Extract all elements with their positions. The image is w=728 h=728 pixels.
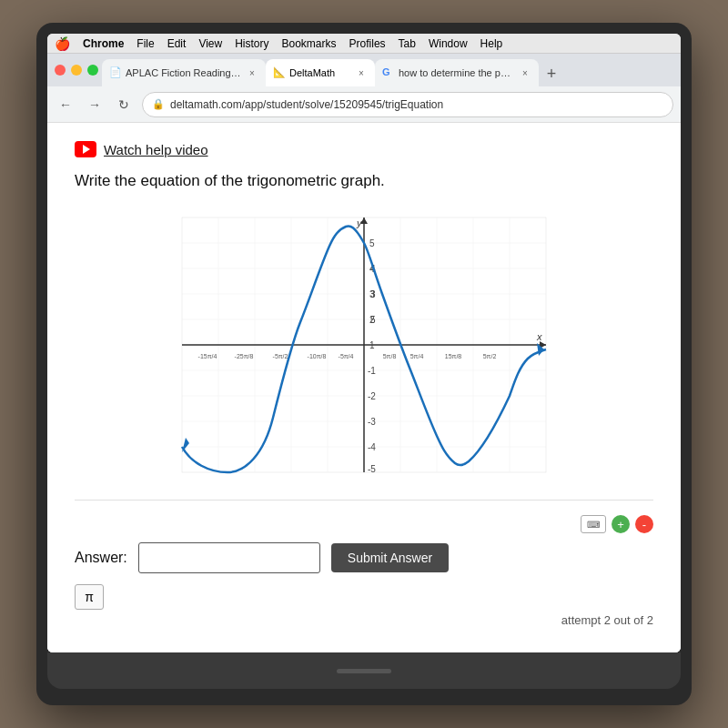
- keyboard-row: ⌨ + -: [75, 515, 653, 533]
- svg-text:5π/4: 5π/4: [410, 353, 424, 359]
- address-bar[interactable]: 🔒 deltamath.com/app/student/solve/152095…: [142, 92, 673, 117]
- menu-profiles[interactable]: Profiles: [349, 37, 386, 50]
- chrome-window: 📄 APLAC Fiction Reading Log- B × 📐 Delta…: [47, 54, 681, 652]
- svg-text:-5π/2: -5π/2: [273, 353, 288, 359]
- svg-text:-2: -2: [368, 391, 376, 401]
- back-button[interactable]: ←: [55, 94, 76, 116]
- answer-input[interactable]: [138, 542, 320, 573]
- svg-text:1: 1: [369, 340, 375, 350]
- menu-edit[interactable]: Edit: [167, 37, 187, 50]
- svg-text:-15π/4: -15π/4: [198, 353, 217, 359]
- apple-icon: 🍎: [55, 36, 70, 51]
- traffic-lights: [51, 65, 102, 76]
- answer-area: ⌨ + - Answer: Submit Answer π attempt 2 …: [75, 500, 653, 627]
- svg-text:5: 5: [369, 238, 375, 248]
- tab-deltamath-close[interactable]: ×: [355, 66, 368, 79]
- svg-text:-10π/8: -10π/8: [308, 353, 327, 359]
- watch-video-link[interactable]: Watch help video: [104, 142, 208, 157]
- keyboard-icon[interactable]: ⌨: [581, 515, 606, 533]
- zoom-in-button[interactable]: +: [612, 515, 630, 533]
- tab-deltamath-favicon: 📐: [273, 66, 286, 79]
- answer-label: Answer:: [75, 550, 127, 566]
- content-area: Watch help video Write the equation of t…: [47, 123, 681, 652]
- graph-container: 5 4 3 5 4 3 2 1 -1 -2: [75, 208, 653, 481]
- submit-answer-button[interactable]: Submit Answer: [331, 543, 449, 572]
- trig-graph: 5 4 3 5 4 3 2 1 -1 -2: [173, 208, 555, 481]
- answer-input-row: Answer: Submit Answer: [75, 542, 653, 573]
- svg-text:-5π/4: -5π/4: [339, 353, 354, 359]
- tab-aplac-favicon: 📄: [109, 66, 122, 79]
- svg-text:-5: -5: [368, 464, 376, 474]
- pi-button[interactable]: π: [75, 584, 104, 610]
- mac-menubar: 🍎 Chrome File Edit View History Bookmark…: [47, 34, 681, 54]
- tab-google[interactable]: G how to determine the period o ×: [375, 59, 539, 86]
- svg-text:x: x: [536, 331, 542, 342]
- url-text: deltamath.com/app/student/solve/15209545…: [170, 98, 443, 111]
- menu-file[interactable]: File: [136, 37, 154, 50]
- youtube-icon: [75, 141, 96, 157]
- attempt-text: attempt 2 out of 2: [75, 613, 653, 627]
- tab-aplac-close[interactable]: ×: [246, 66, 258, 79]
- tab-aplac[interactable]: 📄 APLAC Fiction Reading Log- B ×: [102, 59, 266, 86]
- refresh-button[interactable]: ↻: [113, 94, 135, 116]
- new-tab-button[interactable]: +: [539, 61, 564, 86]
- svg-text:-1: -1: [368, 366, 376, 376]
- svg-text:-4: -4: [368, 442, 376, 452]
- tab-bar: 📄 APLAC Fiction Reading Log- B × 📐 Delta…: [47, 54, 681, 86]
- tab-google-favicon: G: [382, 66, 395, 79]
- question-text: Write the equation of the trigonometric …: [75, 172, 653, 190]
- svg-text:15π/8: 15π/8: [445, 353, 462, 359]
- tabs-section: 📄 APLAC Fiction Reading Log- B × 📐 Delta…: [102, 54, 677, 86]
- lock-icon: 🔒: [152, 98, 165, 110]
- forward-button[interactable]: →: [84, 94, 106, 116]
- tab-deltamath[interactable]: 📐 DeltaMath ×: [266, 59, 375, 86]
- tab-google-title: how to determine the period o: [399, 67, 515, 78]
- close-window-button[interactable]: [55, 65, 66, 76]
- svg-text:2: 2: [369, 315, 375, 325]
- menu-tab[interactable]: Tab: [399, 37, 416, 50]
- tab-google-close[interactable]: ×: [519, 66, 531, 79]
- svg-text:-3: -3: [368, 417, 376, 427]
- svg-text:-25π/8: -25π/8: [235, 353, 254, 359]
- watch-video-section[interactable]: Watch help video: [75, 141, 653, 157]
- tab-aplac-title: APLAC Fiction Reading Log- B: [126, 67, 242, 78]
- menu-help[interactable]: Help: [480, 37, 503, 50]
- tab-deltamath-title: DeltaMath: [289, 67, 351, 78]
- menu-bookmarks[interactable]: Bookmarks: [282, 37, 337, 50]
- svg-text:5π/2: 5π/2: [483, 353, 497, 359]
- menu-chrome[interactable]: Chrome: [83, 37, 124, 50]
- menu-view[interactable]: View: [198, 37, 222, 50]
- svg-text:5π/8: 5π/8: [383, 353, 397, 359]
- minimize-window-button[interactable]: [71, 65, 82, 76]
- maximize-window-button[interactable]: [87, 65, 98, 76]
- svg-text:3: 3: [369, 289, 375, 299]
- menu-history[interactable]: History: [235, 37, 268, 50]
- address-bar-row: ← → ↻ 🔒 deltamath.com/app/student/solve/…: [47, 86, 681, 123]
- zoom-out-button[interactable]: -: [635, 515, 653, 533]
- menu-window[interactable]: Window: [429, 37, 468, 50]
